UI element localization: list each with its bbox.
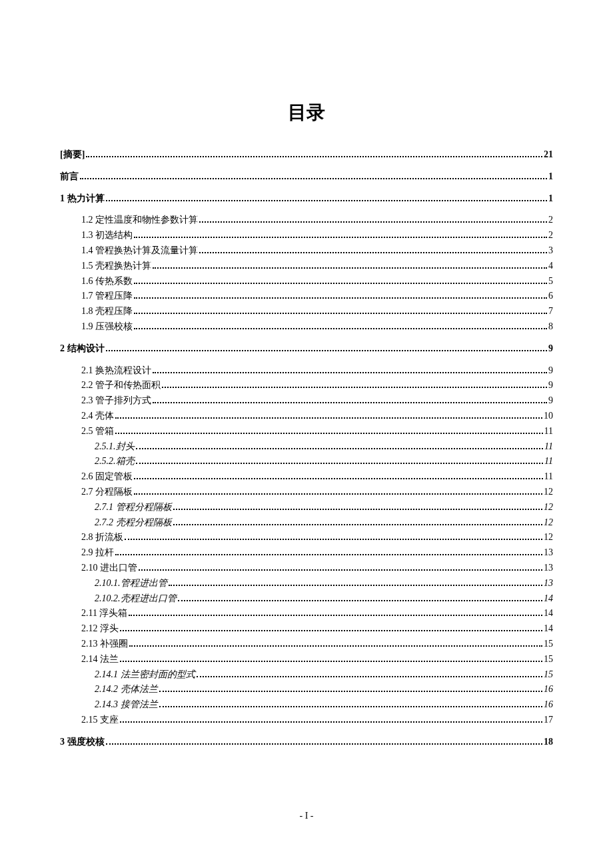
toc-entry-page: 12 — [544, 515, 553, 531]
toc-entry-label: 前言 — [60, 169, 79, 185]
toc-entry-label: 2.10.1.管程进出管 — [95, 575, 167, 591]
toc-entry-label: 2.9 拉杆 — [81, 545, 114, 561]
toc-entry-page: 13 — [544, 545, 553, 561]
toc-entry-page: 2 — [548, 227, 553, 243]
toc-entry-page: 1 — [548, 169, 553, 185]
toc-leader-dots — [153, 364, 547, 373]
toc-entry-label: 1.4 管程换热计算及流量计算 — [81, 243, 198, 259]
toc-entry-label: 3 强度校核 — [60, 734, 105, 750]
toc-entry: 2.15 支座17 — [60, 712, 553, 728]
toc-entry-page: 8 — [548, 319, 553, 335]
toc-leader-dots — [129, 607, 542, 616]
toc-entry-label: 1.9 压强校核 — [81, 319, 133, 335]
toc-leader-dots — [106, 192, 548, 201]
toc-entry-label: 2.5 管箱 — [81, 423, 114, 439]
toc-entry: 3 强度校核18 — [60, 734, 553, 750]
toc-leader-dots — [173, 501, 543, 510]
toc-leader-dots — [169, 577, 543, 586]
toc-entry-page: 17 — [544, 712, 553, 728]
toc-leader-dots — [134, 320, 547, 329]
toc-entry-label: 2.3 管子排列方式 — [81, 393, 151, 409]
toc-entry: 2.12 浮头14 — [60, 621, 553, 637]
table-of-contents: [摘要]21前言11 热力计算11.2 定性温度和物性参数计算21.3 初选结构… — [60, 147, 553, 749]
toc-entry: 前言1 — [60, 169, 553, 185]
toc-entry: [摘要]21 — [60, 147, 553, 163]
toc-entry-label: 2.10.2.壳程进出口管 — [95, 591, 177, 607]
toc-entry-page: 9 — [548, 363, 553, 379]
toc-entry-label: 2.8 折流板 — [81, 529, 123, 545]
toc-entry-label: 2.14.3 接管法兰 — [95, 697, 158, 713]
toc-entry: 2.14.2 壳体法兰16 — [60, 681, 553, 697]
toc-spacer — [60, 334, 553, 341]
toc-leader-dots — [199, 213, 547, 223]
toc-entry-label: 2.14.2 壳体法兰 — [95, 681, 158, 697]
toc-leader-dots — [115, 409, 542, 419]
toc-entry-label: 2.1 换热流程设计 — [81, 363, 151, 379]
toc-entry-page: 6 — [548, 288, 553, 304]
page-number: - I - — [0, 811, 613, 821]
toc-entry-page: 13 — [544, 575, 553, 591]
toc-entry: 2.6 固定管板11 — [60, 469, 553, 485]
toc-leader-dots — [136, 440, 544, 449]
toc-leader-dots — [125, 531, 542, 540]
toc-entry: 2.9 拉杆13 — [60, 545, 553, 561]
toc-entry-page: 15 — [544, 667, 553, 683]
toc-entry: 2.14 法兰15 — [60, 651, 553, 667]
toc-entry-page: 18 — [544, 734, 553, 750]
toc-spacer — [60, 205, 553, 212]
toc-entry: 2.5 管箱11 — [60, 423, 553, 439]
toc-leader-dots — [106, 735, 543, 745]
toc-spacer — [60, 727, 553, 734]
toc-entry: 2.4 壳体10 — [60, 408, 553, 424]
toc-entry-page: 9 — [548, 341, 553, 357]
toc-entry-page: 16 — [544, 697, 553, 713]
toc-entry-label: 2.5.2.箱壳 — [95, 453, 135, 469]
toc-spacer — [60, 184, 553, 191]
toc-entry-label: 2.6 固定管板 — [81, 469, 133, 485]
toc-entry-label: 2.14.1 法兰密封面的型式 — [95, 667, 195, 683]
toc-entry-page: 3 — [548, 243, 553, 259]
toc-leader-dots — [134, 289, 547, 299]
toc-entry-page: 7 — [548, 303, 553, 319]
toc-entry: 2 结构设计9 — [60, 341, 553, 357]
toc-entry-label: 2.15 支座 — [81, 712, 119, 728]
toc-entry-label: 2.10 进出口管 — [81, 560, 137, 576]
toc-entry-label: 2.13 补强圈 — [81, 636, 128, 652]
toc-entry-page: 14 — [544, 591, 553, 607]
toc-spacer — [60, 356, 553, 363]
toc-leader-dots — [115, 425, 543, 434]
toc-entry-page: 12 — [544, 499, 553, 515]
toc-entry-page: 13 — [544, 560, 553, 576]
toc-leader-dots — [80, 170, 547, 179]
toc-entry-page: 21 — [544, 147, 553, 163]
toc-entry-page: 15 — [544, 636, 553, 652]
toc-entry: 1.8 壳程压降7 — [60, 303, 553, 319]
page-title: 目录 — [60, 100, 553, 125]
toc-entry: 1 热力计算1 — [60, 191, 553, 207]
toc-entry: 1.6 传热系数5 — [60, 273, 553, 289]
toc-leader-dots — [159, 683, 543, 692]
toc-entry-label: 1.8 壳程压降 — [81, 303, 133, 319]
toc-entry: 2.3 管子排列方式9 — [60, 393, 553, 409]
toc-entry-page: 9 — [548, 393, 553, 409]
toc-leader-dots — [178, 592, 543, 601]
toc-entry: 2.10 进出口管13 — [60, 560, 553, 576]
toc-leader-dots — [139, 561, 542, 571]
toc-entry: 2.14.1 法兰密封面的型式15 — [60, 667, 553, 683]
toc-entry: 2.5.1.封头11 — [60, 439, 553, 455]
toc-entry: 2.2 管子和传热面积9 — [60, 377, 553, 393]
toc-entry-label: [摘要] — [60, 147, 85, 163]
toc-entry-label: 2.11 浮头箱 — [81, 605, 127, 621]
toc-entry-page: 16 — [544, 681, 553, 697]
toc-entry: 2.11 浮头箱14 — [60, 605, 553, 621]
toc-entry-page: 5 — [548, 273, 553, 289]
toc-leader-dots — [120, 622, 542, 631]
toc-entry: 1.3 初选结构2 — [60, 227, 553, 243]
toc-leader-dots — [199, 244, 547, 253]
toc-entry: 2.7.1 管程分程隔板12 — [60, 499, 553, 515]
toc-leader-dots — [115, 546, 542, 555]
toc-leader-dots — [134, 275, 547, 284]
toc-entry-label: 1.3 初选结构 — [81, 227, 133, 243]
toc-entry-label: 1.6 传热系数 — [81, 273, 133, 289]
toc-entry: 2.1 换热流程设计9 — [60, 363, 553, 379]
